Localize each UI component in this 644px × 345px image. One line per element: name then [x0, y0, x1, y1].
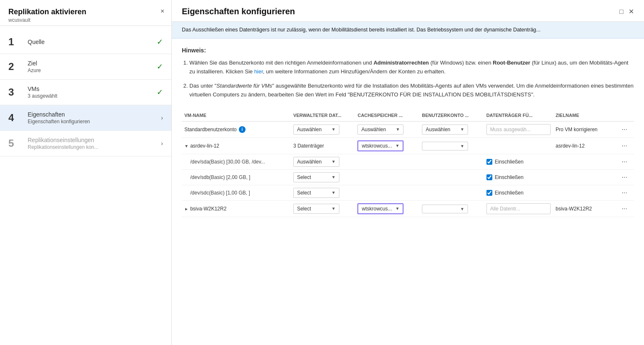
table-row-1: ▼asrdev-lin-123 Datenträgerwtskrowcus...… [182, 137, 634, 154]
cell-datentr-4: Einschließen [484, 185, 553, 200]
th-datentr: DATENTRÄGER FÜ... [484, 109, 553, 122]
ellipsis-button-2[interactable]: ··· [620, 157, 629, 166]
verwalt-0-dropdown[interactable]: Auswählen▼ [293, 125, 339, 135]
verwalt-text-1: 3 Datenträger [293, 143, 324, 149]
hier-link[interactable]: hier [254, 68, 263, 75]
table-row-3: /dev/sdb(Basic) [2,00 GB, ]Select▼Einsch… [182, 169, 634, 185]
verwalt-4-dropdown-label: Select [297, 190, 311, 196]
step-info-4: ReplikationseinstellungenReplikationsein… [28, 137, 158, 150]
th-actions [618, 109, 634, 122]
table-row-2: /dev/sda(Basic) [30,00 GB, /dev...Auswäh… [182, 154, 634, 169]
verwalt-2-dropdown[interactable]: Auswählen▼ [293, 157, 339, 167]
cell-cache-2 [355, 154, 419, 169]
datentr-0-placeholder[interactable]: Muss ausgewäh... [486, 124, 551, 135]
datentr-2-checkbox[interactable] [486, 159, 492, 165]
verwalt-0-chevron-icon: ▼ [331, 127, 336, 132]
table-row-4: /dev/sdc(Basic) [1,00 GB, ]Select▼Einsch… [182, 185, 634, 200]
verwalt-4-chevron-icon: ▼ [331, 190, 336, 195]
cell-actions-5: ··· [618, 200, 634, 217]
step-title-0: Quelle [28, 39, 157, 45]
ellipsis-button-5[interactable]: ··· [620, 204, 629, 213]
step-number-2: 3 [8, 86, 23, 98]
verwalt-5-dropdown-label: Select [297, 206, 311, 212]
verwalt-2-chevron-icon: ▼ [331, 159, 336, 164]
th-vmname: VM-NAME [182, 109, 291, 122]
right-panel: Eigenschaften konfigurieren □ ✕ Das Auss… [172, 0, 644, 345]
cell-vmname-0: Standardbenutzerkontoi [182, 121, 291, 137]
verwalt-4-dropdown[interactable]: Select▼ [293, 188, 339, 198]
cache-1-dropdown-label: wtskrowcus... [362, 143, 392, 149]
ellipsis-button-4[interactable]: ··· [620, 188, 629, 197]
arrow-icon-4: › [161, 140, 163, 147]
cell-benutzer-4 [419, 185, 484, 200]
cache-5-dropdown-label: wtskrowcus... [362, 206, 392, 212]
datentr-2-checkbox-label[interactable]: Einschließen [486, 159, 551, 165]
cell-cache-0: Auswählen▼ [355, 121, 419, 137]
datentr-2-checkbox-text: Einschließen [495, 159, 524, 165]
cache-1-chevron-icon: ▼ [396, 143, 400, 148]
expand-icon-1[interactable]: ▼ [184, 144, 189, 148]
left-panel-close-button[interactable]: × [160, 8, 164, 15]
cache-5-dropdown[interactable]: wtskrowcus...▼ [357, 203, 403, 214]
benutzer-5-dropdown[interactable]: ▼ [422, 205, 468, 213]
maximize-button[interactable]: □ [619, 8, 623, 16]
cache-0-chevron-icon: ▼ [396, 127, 400, 132]
content-area: Hinweis: Wählen Sie das Benutzerkonto mi… [172, 39, 644, 345]
step-3[interactable]: 4EigenschaftenEigenschaften konfiguriere… [0, 105, 171, 131]
hinweis-item-2: Das unter "Standardwerte für VMs" ausgew… [189, 82, 634, 99]
datentr-4-checkbox-label[interactable]: Einschließen [486, 190, 551, 196]
table-row-5: ►bsiva-W2K12R2Select▼wtskrowcus...▼▼Alle… [182, 200, 634, 217]
verwalt-0-dropdown-label: Auswählen [297, 127, 322, 132]
cache-0-dropdown[interactable]: Auswählen▼ [357, 125, 403, 135]
step-number-3: 4 [8, 112, 23, 124]
datentr-4-checkbox[interactable] [486, 190, 492, 196]
ellipsis-button-1[interactable]: ··· [620, 141, 629, 150]
step-0[interactable]: 1Quelle✓ [0, 30, 171, 54]
datentr-3-checkbox[interactable] [486, 174, 492, 180]
info-icon-0[interactable]: i [239, 126, 246, 133]
step-4: 5ReplikationseinstellungenReplikationsei… [0, 131, 171, 156]
cell-benutzer-3 [419, 169, 484, 185]
cell-cache-3 [355, 169, 419, 185]
ellipsis-button-3[interactable]: ··· [620, 173, 629, 182]
left-header: Replikation aktivieren wcusvault × [0, 0, 171, 26]
verwalt-2-dropdown-label: Auswählen [297, 159, 322, 165]
check-icon-2: ✓ [157, 88, 163, 97]
cell-datentr-1 [484, 137, 553, 154]
datentr-3-checkbox-label[interactable]: Einschließen [486, 174, 551, 180]
close-button[interactable]: ✕ [628, 8, 634, 16]
verwalt-5-dropdown[interactable]: Select▼ [293, 204, 339, 214]
expand-icon-5[interactable]: ► [184, 207, 189, 211]
cell-verwalt-5: Select▼ [291, 200, 355, 217]
cell-vmname-4: /dev/sdc(Basic) [1,00 GB, ] [182, 185, 291, 200]
datentr-4-checkbox-text: Einschließen [495, 190, 524, 196]
info-banner: Das Ausschließen eines Datenträgers ist … [172, 22, 644, 39]
step-sub-2: 3 ausgewählt [28, 93, 157, 99]
left-panel: Replikation aktivieren wcusvault × 1Quel… [0, 0, 172, 345]
vmname-text-3: /dev/sdb(Basic) [2,00 GB, ] [190, 174, 250, 180]
cell-actions-4: ··· [618, 185, 634, 200]
right-panel-title: Eigenschaften konfigurieren [182, 7, 295, 16]
cell-benutzer-5: ▼ [419, 200, 484, 217]
cache-0-dropdown-label: Auswählen [361, 127, 386, 132]
hinweis-list: Wählen Sie das Benutzerkonto mit den ric… [182, 59, 634, 99]
info-banner-text: Das Ausschließen eines Datenträgers ist … [182, 27, 541, 33]
step-sub-4: Replikationseinstellungen kon... [28, 144, 158, 150]
step-title-1: Ziel [28, 60, 157, 67]
check-icon-1: ✓ [157, 62, 163, 71]
cache-1-dropdown[interactable]: wtskrowcus...▼ [357, 140, 403, 151]
benutzer-0-chevron-icon: ▼ [460, 127, 464, 132]
left-panel-title: Replikation aktivieren [8, 8, 163, 16]
ellipsis-button-0[interactable]: ··· [620, 125, 629, 134]
verwalt-3-dropdown[interactable]: Select▼ [293, 172, 339, 182]
step-1[interactable]: 2ZielAzure✓ [0, 54, 171, 80]
cell-vmname-3: /dev/sdb(Basic) [2,00 GB, ] [182, 169, 291, 185]
cell-verwalt-4: Select▼ [291, 185, 355, 200]
benutzer-0-dropdown[interactable]: Auswählen▼ [422, 125, 468, 135]
datentr-5-placeholder[interactable]: Alle Datentr... [486, 203, 551, 214]
step-2[interactable]: 3VMs3 ausgewählt✓ [0, 80, 171, 105]
cell-actions-0: ··· [618, 121, 634, 137]
benutzer-1-dropdown[interactable]: ▼ [422, 142, 468, 150]
cell-vmname-1: ▼asrdev-lin-12 [182, 137, 291, 154]
hinweis-item-1: Wählen Sie das Benutzerkonto mit den ric… [189, 59, 634, 76]
